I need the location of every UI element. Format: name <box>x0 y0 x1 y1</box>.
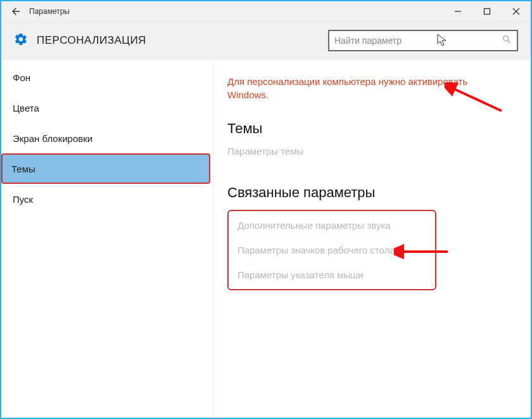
sidebar-item-colors[interactable]: Цвета <box>1 93 213 123</box>
sidebar-item-label: Фон <box>13 72 30 83</box>
close-button[interactable] <box>502 2 531 21</box>
window-title: Параметры <box>29 7 70 16</box>
svg-point-4 <box>504 36 509 41</box>
related-link-mouse-pointer: Параметры указателя мыши <box>238 269 426 280</box>
search-input[interactable] <box>334 35 502 46</box>
sidebar-item-label: Экран блокировки <box>13 133 92 144</box>
related-link-desktop-icons: Параметры значков рабочего стола <box>238 245 426 255</box>
theme-settings-link: Параметры темы <box>227 146 517 157</box>
page-title: ПЕРСОНАЛИЗАЦИЯ <box>37 34 146 47</box>
minimize-button[interactable] <box>443 2 472 21</box>
minimize-icon <box>454 8 462 15</box>
search-icon <box>502 34 512 47</box>
sidebar-item-themes[interactable]: Темы <box>1 153 210 184</box>
sidebar-item-label: Пуск <box>13 194 33 205</box>
activation-warning: Для персонализации компьютера нужно акти… <box>227 75 493 101</box>
content-body: Фон Цвета Экран блокировки Темы Пуск Для… <box>1 60 531 418</box>
back-button[interactable] <box>6 2 25 21</box>
sidebar-item-background[interactable]: Фон <box>1 62 213 93</box>
sidebar: Фон Цвета Экран блокировки Темы Пуск <box>1 60 213 418</box>
window-controls <box>443 2 531 21</box>
sidebar-item-label: Цвета <box>13 103 39 113</box>
titlebar: Параметры <box>1 1 531 22</box>
svg-rect-1 <box>484 8 490 14</box>
close-icon <box>512 8 520 15</box>
back-arrow-icon <box>10 6 22 17</box>
settings-window: Параметры ПЕРСОНАЛИЗАЦИЯ <box>0 0 532 419</box>
settings-header: ПЕРСОНАЛИЗАЦИЯ <box>1 22 531 60</box>
sidebar-item-start[interactable]: Пуск <box>1 184 213 214</box>
sidebar-item-lockscreen[interactable]: Экран блокировки <box>1 123 213 153</box>
main-content: Для персонализации компьютера нужно акти… <box>213 60 531 418</box>
themes-heading: Темы <box>227 120 517 137</box>
gear-icon <box>14 32 28 49</box>
sidebar-item-label: Темы <box>11 164 35 174</box>
svg-line-5 <box>508 41 510 42</box>
related-link-sound: Дополнительные параметры звука <box>238 220 426 231</box>
related-links-box: Дополнительные параметры звука Параметры… <box>227 210 436 290</box>
related-heading: Связанные параметры <box>227 184 517 201</box>
search-box[interactable] <box>328 30 518 51</box>
maximize-button[interactable] <box>472 2 502 21</box>
maximize-icon <box>483 8 491 15</box>
